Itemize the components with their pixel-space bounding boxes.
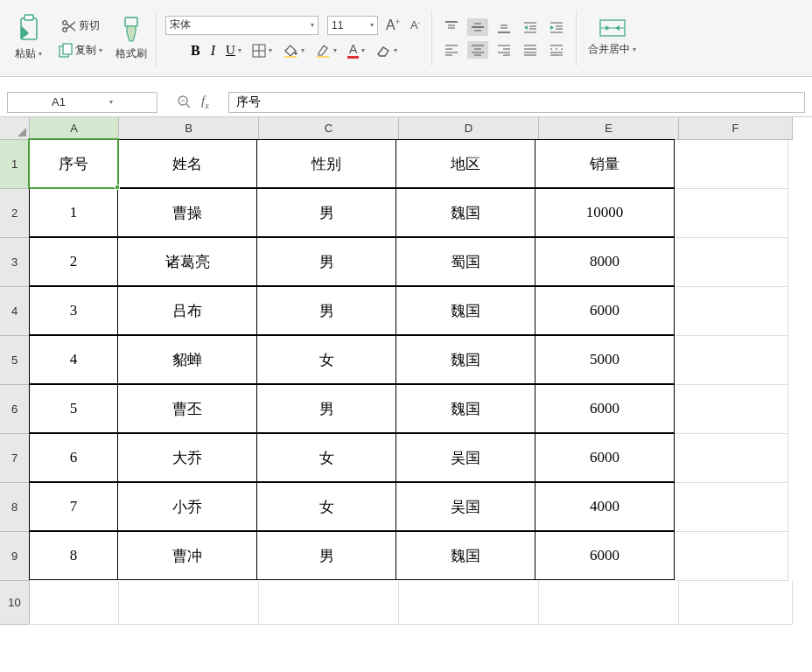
cell[interactable]: 5 bbox=[29, 384, 118, 433]
cell[interactable]: 地区 bbox=[396, 139, 536, 188]
column-header[interactable]: D bbox=[399, 117, 539, 140]
italic-button[interactable]: I bbox=[208, 41, 218, 60]
cell[interactable] bbox=[675, 189, 788, 238]
fx-icon[interactable]: fx bbox=[201, 94, 209, 110]
font-color-button[interactable]: A ▾ bbox=[345, 40, 368, 60]
align-center-button[interactable] bbox=[467, 41, 488, 59]
cell[interactable]: 10000 bbox=[535, 188, 675, 237]
align-top-button[interactable] bbox=[441, 18, 462, 36]
underline-button[interactable]: U▾ bbox=[223, 41, 244, 60]
cell[interactable] bbox=[119, 581, 259, 625]
align-left-button[interactable] bbox=[441, 41, 462, 59]
bold-button[interactable]: B bbox=[188, 41, 203, 60]
cell[interactable]: 女 bbox=[256, 433, 396, 482]
cell[interactable]: 曹操 bbox=[117, 188, 257, 237]
cell[interactable]: 性别 bbox=[256, 139, 396, 188]
name-box[interactable]: A1 ▾ bbox=[7, 92, 158, 113]
brush-icon[interactable] bbox=[120, 15, 143, 45]
cell[interactable]: 5000 bbox=[535, 335, 675, 384]
column-header[interactable]: C bbox=[259, 117, 399, 140]
cell[interactable]: 小乔 bbox=[117, 482, 257, 531]
cell[interactable]: 7 bbox=[29, 482, 118, 531]
cell[interactable]: 大乔 bbox=[117, 433, 257, 482]
cell[interactable] bbox=[675, 140, 788, 189]
cell[interactable]: 吴国 bbox=[396, 433, 536, 482]
cell[interactable]: 曹丕 bbox=[117, 384, 257, 433]
merge-center-button[interactable]: 合并居中▾ bbox=[585, 40, 639, 59]
cell[interactable] bbox=[259, 581, 399, 625]
cell[interactable]: 6000 bbox=[535, 433, 675, 482]
cell[interactable]: 女 bbox=[256, 482, 396, 531]
column-header[interactable]: E bbox=[539, 117, 679, 140]
column-header[interactable]: B bbox=[119, 117, 259, 140]
row-header[interactable]: 10 bbox=[0, 581, 30, 625]
font-size-select[interactable]: 11▾ bbox=[327, 16, 378, 35]
cell[interactable]: 8000 bbox=[535, 237, 675, 286]
cell[interactable]: 6000 bbox=[535, 286, 675, 335]
select-all-corner[interactable] bbox=[0, 117, 30, 140]
cell[interactable]: 魏国 bbox=[396, 335, 536, 384]
row-header[interactable]: 7 bbox=[0, 434, 30, 483]
cell[interactable]: 男 bbox=[256, 531, 396, 580]
search-icon[interactable] bbox=[177, 94, 192, 110]
paste-button[interactable]: 粘贴▾ bbox=[12, 45, 45, 63]
align-bottom-button[interactable] bbox=[494, 18, 514, 36]
cell[interactable]: 4 bbox=[29, 335, 118, 384]
cell[interactable]: 销量 bbox=[535, 139, 675, 188]
cell[interactable]: 2 bbox=[29, 237, 118, 286]
copy-button[interactable]: 复制▾ bbox=[55, 41, 105, 60]
row-header[interactable]: 1 bbox=[0, 140, 30, 189]
cell[interactable] bbox=[679, 581, 793, 625]
cell[interactable] bbox=[675, 385, 788, 434]
column-header[interactable]: F bbox=[679, 117, 793, 140]
cell[interactable] bbox=[539, 581, 679, 625]
justify-button[interactable] bbox=[520, 41, 541, 59]
format-painter-button[interactable]: 格式刷 bbox=[116, 46, 147, 61]
cell[interactable]: 魏国 bbox=[396, 384, 536, 433]
row-header[interactable]: 6 bbox=[0, 385, 30, 434]
cell[interactable]: 诸葛亮 bbox=[117, 237, 257, 286]
align-middle-button[interactable] bbox=[467, 18, 488, 36]
cell[interactable]: 8 bbox=[29, 531, 118, 580]
cell[interactable]: 男 bbox=[256, 384, 396, 433]
cell[interactable]: 男 bbox=[256, 188, 396, 237]
merge-icon[interactable] bbox=[598, 18, 626, 38]
decrease-font-button[interactable]: A- bbox=[408, 17, 423, 33]
cell[interactable] bbox=[399, 581, 539, 625]
cell[interactable] bbox=[675, 434, 788, 483]
row-header[interactable]: 2 bbox=[0, 189, 30, 238]
cell[interactable] bbox=[675, 336, 788, 385]
cell[interactable] bbox=[30, 581, 119, 625]
clipboard-icon[interactable] bbox=[17, 13, 41, 43]
cell[interactable]: 魏国 bbox=[396, 188, 536, 237]
cut-button[interactable]: 剪切 bbox=[59, 17, 102, 36]
cell[interactable]: 6000 bbox=[535, 384, 675, 433]
distribute-button[interactable] bbox=[546, 41, 567, 59]
row-header[interactable]: 5 bbox=[0, 336, 30, 385]
fill-color-button[interactable]: ▾ bbox=[280, 42, 307, 60]
cell[interactable]: 姓名 bbox=[117, 139, 257, 188]
cell[interactable]: 吕布 bbox=[117, 286, 257, 335]
row-header[interactable]: 8 bbox=[0, 483, 30, 532]
column-header[interactable]: A bbox=[30, 117, 119, 140]
cell[interactable]: 女 bbox=[256, 335, 396, 384]
highlight-button[interactable]: ▾ bbox=[312, 42, 340, 60]
cell[interactable]: 魏国 bbox=[396, 531, 536, 580]
increase-font-button[interactable]: A+ bbox=[383, 16, 402, 35]
row-header[interactable]: 4 bbox=[0, 287, 30, 336]
increase-indent-button[interactable] bbox=[546, 18, 567, 36]
formula-input[interactable]: 序号 bbox=[228, 92, 805, 113]
borders-button[interactable]: ▾ bbox=[249, 42, 275, 60]
row-header[interactable]: 9 bbox=[0, 532, 30, 581]
align-right-button[interactable] bbox=[494, 41, 514, 59]
cell[interactable] bbox=[675, 287, 788, 336]
cell[interactable]: 4000 bbox=[535, 482, 675, 531]
cell[interactable]: 3 bbox=[29, 286, 118, 335]
fill-handle[interactable] bbox=[115, 185, 120, 190]
cell[interactable]: 魏国 bbox=[396, 286, 536, 335]
cell[interactable]: 男 bbox=[256, 286, 396, 335]
cell[interactable]: 蜀国 bbox=[396, 237, 536, 286]
cell[interactable] bbox=[675, 532, 788, 581]
cell[interactable]: 序号 bbox=[29, 139, 118, 188]
cell[interactable]: 男 bbox=[256, 237, 396, 286]
